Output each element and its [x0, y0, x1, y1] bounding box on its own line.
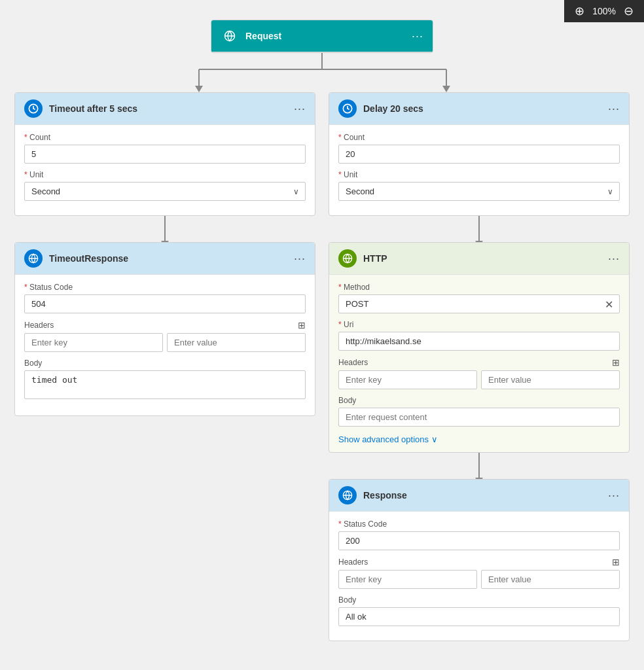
- http-headers-label: Headers: [338, 358, 368, 367]
- response-table-icon[interactable]: ⊞: [612, 557, 620, 567]
- branch-svg: [126, 53, 518, 92]
- timeout-unit-select[interactable]: Second: [24, 182, 306, 201]
- response-headers-row: [338, 570, 620, 589]
- zoom-in-button[interactable]: ⊕: [572, 4, 587, 18]
- http-method-clear[interactable]: ✕: [605, 298, 613, 310]
- delay-header: Delay 20 secs ···: [329, 93, 629, 125]
- tr-headers-wrapper: Headers ⊞: [24, 320, 306, 352]
- response-icon: [338, 486, 357, 504]
- http-body: * Method ✕ * Uri Headers: [329, 275, 629, 452]
- http-uri-label: * Uri: [338, 320, 620, 329]
- delay-unit-select[interactable]: Second: [338, 182, 620, 201]
- response-key-input[interactable]: [338, 570, 477, 589]
- request-icon: [221, 27, 239, 45]
- timeout-response-card: TimeoutResponse ··· * Status Code Header…: [14, 242, 315, 416]
- zoom-value: 100%: [592, 6, 616, 16]
- timeout-header: Timeout after 5 secs ···: [15, 93, 315, 125]
- http-title: HTTP: [363, 253, 601, 264]
- svg-marker-6: [195, 86, 203, 92]
- delay-icon: [338, 99, 357, 118]
- request-card-header: Request ···: [211, 20, 433, 52]
- branch-connector-top: [126, 53, 518, 92]
- http-method-input[interactable]: [338, 294, 620, 313]
- delay-card: Delay 20 secs ··· * Count * Unit: [329, 92, 630, 216]
- timeout-response-title: TimeoutResponse: [49, 253, 287, 264]
- delay-unit-label: * Unit: [338, 170, 620, 179]
- http-headers-wrapper: Headers ⊞: [338, 357, 620, 389]
- response-menu[interactable]: ···: [608, 489, 620, 502]
- http-uri-input[interactable]: [338, 332, 620, 351]
- http-icon: [338, 249, 357, 268]
- timeout-icon: [24, 99, 43, 118]
- request-menu[interactable]: ···: [412, 29, 423, 43]
- http-header: HTTP ···: [329, 243, 629, 275]
- tr-header-label-row: Headers ⊞: [24, 320, 306, 330]
- tr-status-input[interactable]: [24, 294, 306, 313]
- http-menu[interactable]: ···: [608, 252, 620, 266]
- timeout-count-input[interactable]: [24, 145, 306, 164]
- response-headers-wrapper: Headers ⊞: [338, 557, 620, 589]
- zoom-out-button[interactable]: ⊖: [621, 4, 636, 18]
- response-body-input[interactable]: [338, 607, 620, 626]
- timeout-title: Timeout after 5 secs: [49, 103, 287, 114]
- http-method-wrapper: ✕: [338, 294, 620, 313]
- timeout-menu[interactable]: ···: [294, 102, 306, 116]
- request-node-wrapper: Request ···: [13, 20, 631, 53]
- delay-unit-select-wrapper: Second ∨: [338, 182, 620, 201]
- http-card: HTTP ··· * Method ✕ * Uri: [329, 242, 630, 453]
- response-status-input[interactable]: [338, 531, 620, 550]
- http-value-input[interactable]: [481, 370, 620, 389]
- timeout-response-icon: [24, 249, 43, 268]
- chevron-down-icon: ∨: [431, 434, 438, 444]
- tr-key-input[interactable]: [24, 333, 163, 352]
- timeout-response-menu[interactable]: ···: [294, 252, 306, 266]
- tr-body-input[interactable]: timed out: [24, 370, 306, 399]
- http-key-input[interactable]: [338, 370, 477, 389]
- http-method-label: * Method: [338, 283, 620, 292]
- tr-table-icon[interactable]: ⊞: [298, 320, 306, 330]
- tr-body-label: Body: [24, 359, 306, 368]
- delay-body: * Count * Unit Second ∨: [329, 125, 629, 215]
- timeout-response-body: * Status Code Headers ⊞: [15, 275, 315, 415]
- left-branch: Timeout after 5 secs ··· * Count * Unit: [14, 92, 315, 416]
- request-title: Request: [245, 31, 405, 41]
- http-table-icon[interactable]: ⊞: [612, 357, 620, 368]
- timeout-unit-label: * Unit: [24, 170, 306, 179]
- timeout-card: Timeout after 5 secs ··· * Count * Unit: [14, 92, 315, 216]
- delay-count-label: * Count: [338, 133, 620, 142]
- timeout-response-header: TimeoutResponse ···: [15, 243, 315, 275]
- flow-canvas: Request ···: [13, 20, 631, 641]
- http-body-label: Body: [338, 396, 620, 405]
- zoom-bar: ⊕ 100% ⊖: [564, 0, 644, 22]
- http-headers-row: [338, 370, 620, 389]
- response-body: * Status Code Headers ⊞: [329, 512, 629, 641]
- delay-count-input[interactable]: [338, 145, 620, 164]
- response-value-input[interactable]: [481, 570, 620, 589]
- response-title: Response: [363, 490, 601, 501]
- right-connector-2: [478, 453, 480, 479]
- http-header-label-row: Headers ⊞: [338, 357, 620, 368]
- response-card: Response ··· * Status Code Headers ⊞: [329, 479, 630, 641]
- response-body-label: Body: [338, 595, 620, 605]
- delay-menu[interactable]: ···: [608, 102, 620, 116]
- response-headers-label: Headers: [338, 557, 368, 567]
- left-connector-1: [164, 216, 166, 242]
- tr-status-label: * Status Code: [24, 283, 306, 292]
- http-body-input[interactable]: [338, 408, 620, 427]
- branch-row: Timeout after 5 secs ··· * Count * Unit: [1, 92, 643, 641]
- tr-headers-label: Headers: [24, 321, 54, 330]
- timeout-unit-select-wrapper: Second ∨: [24, 182, 306, 201]
- tr-value-input[interactable]: [167, 333, 306, 352]
- response-header: Response ···: [329, 480, 629, 512]
- show-advanced-link[interactable]: Show advanced options ∨: [338, 434, 438, 444]
- svg-marker-7: [442, 86, 450, 92]
- tr-headers-row: [24, 333, 306, 352]
- response-header-label-row: Headers ⊞: [338, 557, 620, 567]
- response-status-label: * Status Code: [338, 520, 620, 529]
- right-branch: Delay 20 secs ··· * Count * Unit: [329, 92, 630, 641]
- right-connector-1: [478, 216, 480, 242]
- timeout-count-label: * Count: [24, 133, 306, 142]
- delay-title: Delay 20 secs: [363, 103, 601, 114]
- request-card: Request ···: [211, 20, 433, 53]
- timeout-body: * Count * Unit Second ∨: [15, 125, 315, 215]
